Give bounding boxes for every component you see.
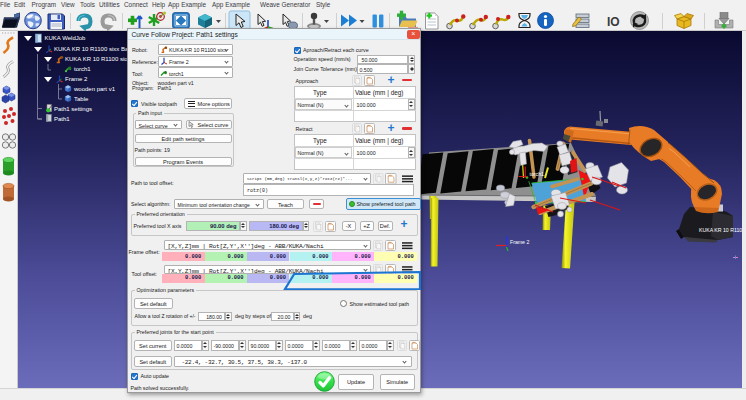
svg-text:IO: IO <box>607 14 620 28</box>
svg-text:torch1.: torch1. <box>530 171 546 177</box>
svg-text:Frame 2: Frame 2 <box>510 239 529 245</box>
svg-text:KUKA KR 10 R1100: KUKA KR 10 R1100 <box>699 227 742 233</box>
